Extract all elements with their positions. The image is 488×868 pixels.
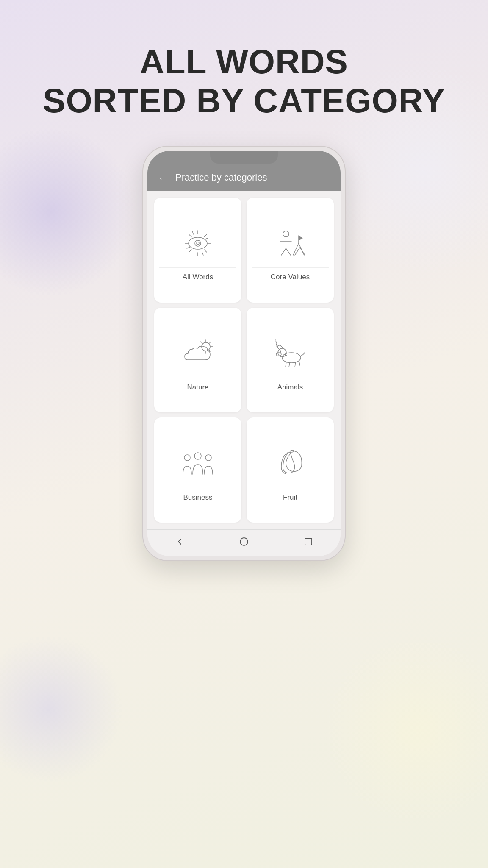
category-card-core-values[interactable]: Core Values (247, 198, 334, 303)
nav-recents-button[interactable] (302, 536, 314, 548)
svg-line-36 (299, 361, 300, 365)
svg-line-9 (204, 234, 207, 237)
svg-line-11 (192, 231, 194, 234)
phone-notch (210, 151, 278, 164)
categories-grid: All Words (147, 191, 341, 529)
svg-line-7 (189, 234, 191, 237)
svg-line-14 (187, 247, 190, 248)
svg-point-15 (283, 231, 289, 237)
business-label: Business (159, 488, 236, 502)
svg-marker-21 (299, 236, 303, 241)
back-button[interactable]: ← (158, 172, 169, 183)
fruit-icon (267, 440, 313, 483)
category-card-animals[interactable]: Animals (247, 308, 334, 413)
svg-point-1 (195, 240, 201, 246)
category-card-nature[interactable]: Nature (154, 308, 241, 413)
svg-point-42 (240, 538, 248, 545)
animals-label: Animals (252, 378, 329, 392)
all-words-icon (175, 220, 221, 262)
bg-blob-left (0, 127, 136, 297)
core-values-label: Core Values (252, 267, 329, 281)
fruit-label: Fruit (252, 488, 329, 502)
bg-blob-bottom-left (0, 635, 123, 783)
nav-home-button[interactable] (238, 536, 250, 548)
bg-blob-bottom-right (323, 635, 488, 826)
business-icon (175, 440, 221, 483)
svg-point-2 (197, 242, 199, 245)
svg-point-38 (280, 351, 281, 353)
animals-icon (267, 330, 313, 373)
title-line2: SORTED BY CATEGORY (43, 82, 445, 120)
svg-point-40 (194, 453, 201, 459)
title-line1: ALL WORDS (140, 43, 348, 81)
svg-point-39 (184, 455, 190, 461)
nav-back-button[interactable] (174, 536, 186, 548)
phone-inner: ← Practice by categories (147, 151, 341, 556)
svg-point-41 (205, 455, 211, 461)
svg-line-27 (201, 342, 202, 343)
nature-icon (175, 330, 221, 373)
svg-point-0 (189, 237, 207, 249)
nature-label: Nature (159, 378, 236, 392)
category-card-business[interactable]: Business (154, 417, 241, 523)
svg-line-33 (286, 362, 286, 367)
category-card-fruit[interactable]: Fruit (247, 417, 334, 523)
all-words-label: All Words (159, 267, 236, 281)
phone-mockup: ← Practice by categories (142, 146, 346, 561)
header-title: Practice by categories (175, 172, 267, 183)
svg-line-10 (189, 250, 191, 252)
page-title: ALL WORDS SORTED BY CATEGORY (43, 42, 445, 120)
svg-line-8 (204, 250, 207, 252)
category-card-all-words[interactable]: All Words (154, 198, 241, 303)
core-values-icon (267, 220, 313, 262)
svg-line-18 (281, 248, 286, 255)
svg-line-34 (289, 363, 290, 367)
svg-line-19 (286, 248, 291, 255)
phone-nav-bar (147, 529, 341, 556)
svg-line-12 (202, 252, 203, 255)
svg-line-29 (209, 342, 211, 343)
svg-rect-43 (305, 538, 312, 545)
svg-line-13 (205, 238, 208, 239)
